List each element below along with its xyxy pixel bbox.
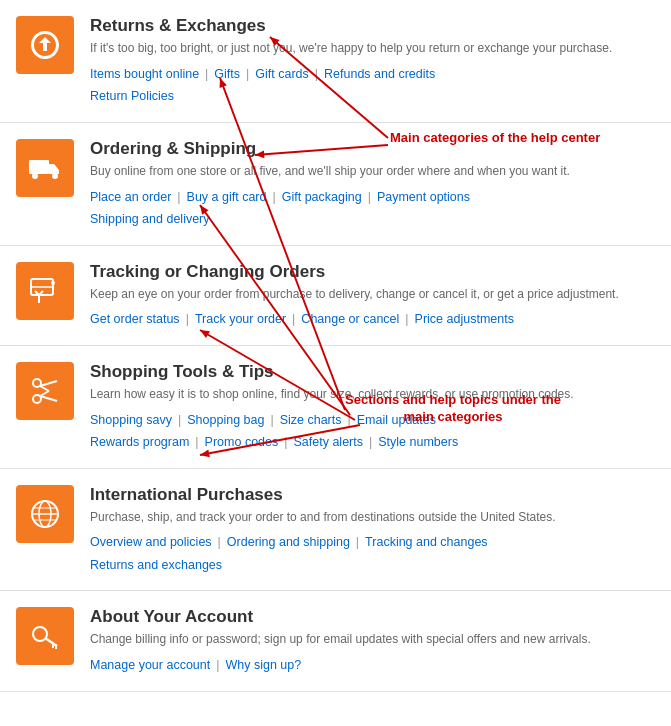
returns-title: Returns & Exchanges — [90, 16, 655, 36]
ordering-links: Place an order|Buy a gift card|Gift pack… — [90, 186, 655, 231]
returns-link-2[interactable]: Gift cards — [255, 67, 309, 81]
tracking-icon — [16, 262, 74, 320]
returns-link2-0[interactable]: Return Policies — [90, 89, 174, 103]
account-link-0[interactable]: Manage your account — [90, 658, 210, 672]
tracking-content: Tracking or Changing OrdersKeep an eye o… — [90, 262, 655, 331]
separator: | — [368, 190, 371, 204]
separator: | — [356, 535, 359, 549]
svg-line-18 — [45, 638, 57, 646]
account-desc: Change billing info or password; sign up… — [90, 631, 655, 648]
separator: | — [178, 413, 181, 427]
separator: | — [348, 413, 351, 427]
ordering-link2-0[interactable]: Shipping and delivery — [90, 212, 210, 226]
separator: | — [216, 658, 219, 672]
tracking-title: Tracking or Changing Orders — [90, 262, 655, 282]
international-link-2[interactable]: Tracking and changes — [365, 535, 488, 549]
ordering-icon — [16, 139, 74, 197]
separator: | — [218, 535, 221, 549]
svg-line-8 — [40, 381, 57, 386]
shopping-link-2[interactable]: Size charts — [280, 413, 342, 427]
ordering-desc: Buy online from one store or all five, a… — [90, 163, 655, 180]
category-card-tracking: Tracking or Changing OrdersKeep an eye o… — [0, 246, 671, 346]
account-title: About Your Account — [90, 607, 655, 627]
svg-point-7 — [33, 395, 41, 403]
international-title: International Purchases — [90, 485, 655, 505]
shopping-link-3[interactable]: Email updates — [357, 413, 436, 427]
returns-links: Items bought online|Gifts|Gift cards|Ref… — [90, 63, 655, 108]
svg-line-9 — [40, 396, 57, 401]
returns-desc: If it's too big, too bright, or just not… — [90, 40, 655, 57]
returns-icon — [16, 16, 74, 74]
separator: | — [315, 67, 318, 81]
separator: | — [186, 312, 189, 326]
shopping-link-1[interactable]: Shopping bag — [187, 413, 264, 427]
category-card-ordering: Ordering & ShippingBuy online from one s… — [0, 123, 671, 246]
tracking-desc: Keep an eye on your order from purchase … — [90, 286, 655, 303]
ordering-link-1[interactable]: Buy a gift card — [187, 190, 267, 204]
tracking-link-0[interactable]: Get order status — [90, 312, 180, 326]
svg-line-10 — [40, 386, 49, 391]
svg-point-4 — [51, 281, 55, 285]
separator: | — [369, 435, 372, 449]
returns-link-0[interactable]: Items bought online — [90, 67, 199, 81]
separator: | — [292, 312, 295, 326]
separator: | — [405, 312, 408, 326]
separator: | — [205, 67, 208, 81]
returns-link-3[interactable]: Refunds and credits — [324, 67, 435, 81]
separator: | — [284, 435, 287, 449]
tracking-links: Get order status|Track your order|Change… — [90, 308, 655, 331]
returns-link-1[interactable]: Gifts — [214, 67, 240, 81]
returns-content: Returns & ExchangesIf it's too big, too … — [90, 16, 655, 108]
shopping-link-0[interactable]: Shopping savy — [90, 413, 172, 427]
ordering-link-0[interactable]: Place an order — [90, 190, 171, 204]
category-card-returns: Returns & ExchangesIf it's too big, too … — [0, 0, 671, 123]
svg-point-2 — [52, 173, 58, 179]
international-link-1[interactable]: Ordering and shipping — [227, 535, 350, 549]
shopping-icon — [16, 362, 74, 420]
svg-line-11 — [40, 391, 49, 396]
separator: | — [195, 435, 198, 449]
shopping-link2-0[interactable]: Rewards program — [90, 435, 189, 449]
international-desc: Purchase, ship, and track your order to … — [90, 509, 655, 526]
account-icon — [16, 607, 74, 665]
tracking-link-3[interactable]: Price adjustments — [415, 312, 514, 326]
svg-point-1 — [32, 173, 38, 179]
separator: | — [246, 67, 249, 81]
separator: | — [270, 413, 273, 427]
international-links: Overview and policies|Ordering and shipp… — [90, 531, 655, 576]
separator: | — [177, 190, 180, 204]
international-content: International PurchasesPurchase, ship, a… — [90, 485, 655, 577]
category-card-international: International PurchasesPurchase, ship, a… — [0, 469, 671, 592]
account-link-1[interactable]: Why sign up? — [225, 658, 301, 672]
tracking-link-2[interactable]: Change or cancel — [301, 312, 399, 326]
international-link2-0[interactable]: Returns and exchanges — [90, 558, 222, 572]
shopping-title: Shopping Tools & Tips — [90, 362, 655, 382]
shopping-link2-3[interactable]: Style numbers — [378, 435, 458, 449]
account-links: Manage your account|Why sign up? — [90, 654, 655, 677]
shopping-content: Shopping Tools & TipsLearn how easy it i… — [90, 362, 655, 454]
svg-rect-0 — [29, 160, 49, 174]
ordering-title: Ordering & Shipping — [90, 139, 655, 159]
international-icon — [16, 485, 74, 543]
shopping-desc: Learn how easy it is to shop online, fin… — [90, 386, 655, 403]
ordering-link-2[interactable]: Gift packaging — [282, 190, 362, 204]
svg-point-6 — [33, 379, 41, 387]
category-card-account: About Your AccountChange billing info or… — [0, 591, 671, 691]
ordering-content: Ordering & ShippingBuy online from one s… — [90, 139, 655, 231]
shopping-link2-2[interactable]: Safety alerts — [294, 435, 363, 449]
tracking-link-1[interactable]: Track your order — [195, 312, 286, 326]
account-content: About Your AccountChange billing info or… — [90, 607, 655, 676]
ordering-link-3[interactable]: Payment options — [377, 190, 470, 204]
shopping-link2-1[interactable]: Promo codes — [205, 435, 279, 449]
category-card-shopping: Shopping Tools & TipsLearn how easy it i… — [0, 346, 671, 469]
shopping-links: Shopping savy|Shopping bag|Size charts|E… — [90, 409, 655, 454]
separator: | — [272, 190, 275, 204]
international-link-0[interactable]: Overview and policies — [90, 535, 212, 549]
